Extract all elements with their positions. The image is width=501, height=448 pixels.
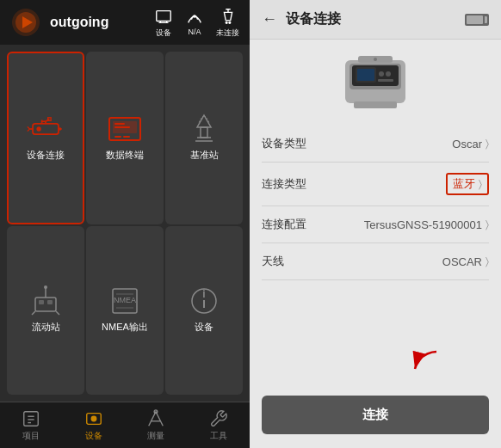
chevron-icon-antenna: 〉 <box>486 255 489 267</box>
nav-item-device[interactable]: 设备 <box>74 406 114 445</box>
grid-label-device-info: 设备 <box>195 321 213 334</box>
svg-point-46 <box>91 416 96 421</box>
right-panel-title: 设备连接 <box>286 10 341 28</box>
info-row-antenna[interactable]: 天线 OSCAR 〉 <box>262 243 489 280</box>
grid-label-device-connect: 设备连接 <box>27 149 65 162</box>
device-thumbnail <box>328 52 423 114</box>
back-button[interactable]: ← <box>262 10 277 28</box>
info-row-device-type[interactable]: 设备类型 Oscar 〉 <box>262 126 489 163</box>
nav-item-project[interactable]: 项目 <box>11 406 51 445</box>
data-terminal-icon <box>106 114 144 144</box>
svg-line-33 <box>56 311 59 315</box>
svg-point-6 <box>228 21 230 23</box>
svg-point-5 <box>226 21 227 23</box>
info-row-connection-type[interactable]: 连接类型 蓝牙 〉 <box>262 163 489 206</box>
svg-rect-3 <box>157 10 171 21</box>
svg-rect-27 <box>35 298 56 311</box>
nmea-icon: NMEA <box>106 286 144 316</box>
svg-rect-29 <box>47 300 53 304</box>
grid-item-nmea[interactable]: NMEA NMEA输出 <box>86 226 164 396</box>
svg-rect-20 <box>123 136 130 138</box>
grid-item-rover[interactable]: 流动站 <box>7 226 84 396</box>
svg-rect-56 <box>378 79 393 82</box>
device-type-value: Oscar 〉 <box>452 138 489 150</box>
device-type-label: 设备类型 <box>262 136 306 151</box>
right-panel: ← 设备连接 <box>250 0 501 448</box>
connection-type-label: 连接类型 <box>262 176 306 192</box>
svg-point-31 <box>44 285 47 289</box>
svg-point-8 <box>36 126 40 131</box>
grid-label-rover: 流动站 <box>32 321 60 334</box>
connection-type-value: 蓝牙 〉 <box>446 173 489 195</box>
svg-rect-22 <box>114 126 130 128</box>
svg-text:NMEA: NMEA <box>114 296 136 304</box>
info-row-connection-config[interactable]: 连接配置 TersusGNSS-51900001 〉 <box>262 206 489 243</box>
svg-rect-19 <box>114 136 121 138</box>
bottom-nav: 项目 设备 测量 工具 <box>0 402 250 448</box>
chevron-icon-device-type: 〉 <box>486 138 489 150</box>
svg-rect-21 <box>114 123 125 125</box>
chevron-icon-connection-type: 〉 <box>479 178 482 190</box>
battery-icon <box>465 14 489 26</box>
svg-point-54 <box>379 71 384 77</box>
grid-item-device-info[interactable]: i 设备 <box>165 226 243 396</box>
grid-item-base-station[interactable]: 基准站 <box>165 52 243 224</box>
top-icon-connection: 未连接 <box>216 7 239 39</box>
connection-config-value: TersusGNSS-51900001 〉 <box>364 218 489 231</box>
top-icon-device: 设备 <box>154 7 173 39</box>
top-icon-signal: N/A <box>185 7 204 39</box>
svg-point-58 <box>374 58 377 61</box>
app-logo <box>10 7 41 38</box>
base-station-icon <box>185 114 223 144</box>
info-rows: 设备类型 Oscar 〉 连接类型 蓝牙 〉 连接配置 TersusGNSS-5… <box>250 126 501 356</box>
antenna-value: OSCAR 〉 <box>442 255 489 268</box>
connection-config-label: 连接配置 <box>262 217 306 232</box>
svg-rect-13 <box>48 118 52 121</box>
svg-rect-59 <box>354 101 397 108</box>
app-title: outgoing <box>50 15 145 30</box>
grid-item-device-connect[interactable]: 设备连接 <box>7 52 84 224</box>
connect-button[interactable]: 连接 <box>262 396 489 434</box>
right-header: ← 设备连接 <box>250 0 501 40</box>
usb-connect-icon <box>27 114 65 144</box>
grid-label-nmea: NMEA输出 <box>102 321 148 334</box>
svg-rect-28 <box>39 300 44 304</box>
rover-icon <box>27 286 65 316</box>
svg-point-55 <box>386 71 391 77</box>
svg-rect-24 <box>201 127 207 138</box>
left-panel: outgoing 设备 N/A 未连接 <box>0 0 250 448</box>
nav-item-tools[interactable]: 工具 <box>199 406 238 445</box>
svg-point-16 <box>59 127 62 131</box>
grid-menu: 设备连接 数据终端 <box>0 45 250 402</box>
grid-label-data-terminal: 数据终端 <box>106 149 144 162</box>
left-header: outgoing 设备 N/A 未连接 <box>0 0 250 45</box>
connect-button-area: 连接 <box>250 385 501 448</box>
annotation-arrow <box>250 347 501 382</box>
top-icons-group: 设备 N/A 未连接 <box>154 7 239 39</box>
chevron-icon-config: 〉 <box>486 218 489 230</box>
grid-label-base-station: 基准站 <box>190 149 219 162</box>
svg-rect-41 <box>24 411 39 426</box>
device-info-icon: i <box>185 286 223 316</box>
svg-rect-53 <box>357 69 374 81</box>
antenna-label: 天线 <box>262 254 284 269</box>
svg-text:i: i <box>202 288 205 300</box>
grid-item-data-terminal[interactable]: 数据终端 <box>86 52 164 224</box>
svg-line-32 <box>32 311 35 315</box>
nav-item-measure[interactable]: 测量 <box>136 406 176 445</box>
device-image-area <box>250 40 501 126</box>
